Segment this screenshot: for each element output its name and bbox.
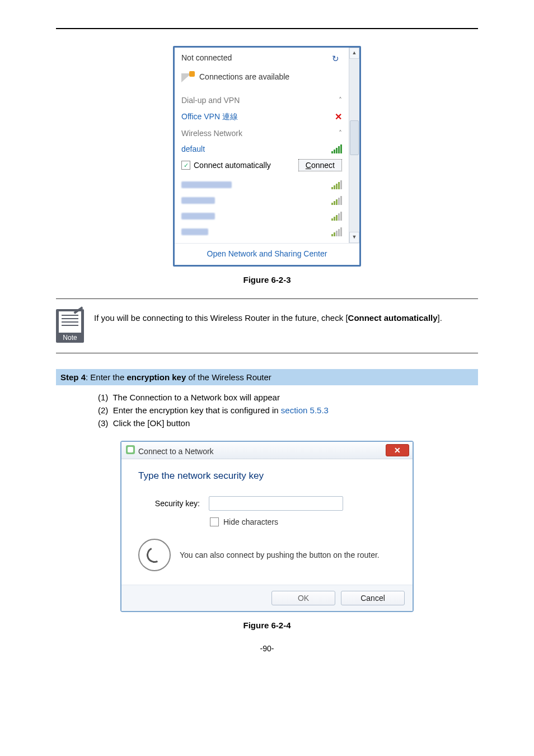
figure-caption: Figure 6-2-3 — [56, 275, 478, 284]
open-network-center-link[interactable]: Open Network and Sharing Center — [175, 243, 359, 265]
connect-network-dialog: Connect to a Network ✕ Type the network … — [120, 441, 414, 612]
wireless-section-label: Wireless Network — [181, 129, 242, 138]
connect-button[interactable]: Connect — [298, 159, 342, 171]
step-item: (3) Click the [OK] button — [98, 417, 478, 430]
dialog-title: Connect to a Network — [138, 447, 214, 456]
step-item: (1) The Connection to a Network box will… — [98, 391, 478, 404]
dialog-heading: Type the network security key — [138, 470, 396, 482]
wps-icon — [138, 539, 171, 571]
security-key-input[interactable] — [209, 496, 343, 511]
vpn-item[interactable]: Office VPN 連線 — [181, 112, 238, 122]
obscured-network-name[interactable] — [181, 228, 208, 235]
hide-characters-checkbox[interactable] — [210, 517, 219, 526]
cancel-button[interactable]: Cancel — [341, 591, 405, 605]
step-item: (2) Enter the encryption key that is con… — [98, 404, 478, 417]
signal-icon — [331, 180, 342, 189]
auto-connect-label: Connect automatically — [194, 161, 271, 170]
hide-characters-label: Hide characters — [223, 517, 278, 526]
signal-icon — [331, 227, 342, 236]
step-heading: Step 4: Enter the encryption key of the … — [56, 369, 478, 385]
signal-sun-icon — [181, 71, 195, 82]
scroll-thumb[interactable] — [350, 120, 359, 155]
router-hint-text: You can also connect by pushing the butt… — [180, 550, 380, 559]
dialup-section-label: Dial-up and VPN — [181, 96, 240, 105]
note-icon: Note — [56, 309, 84, 343]
security-key-label: Security key: — [138, 499, 200, 508]
signal-icon — [331, 196, 342, 205]
section-xref-link[interactable]: section 5.5.3 — [281, 405, 329, 415]
note-box: Note If you will be connecting to this W… — [56, 298, 478, 353]
close-button[interactable]: ✕ — [386, 444, 409, 456]
status-text: Not connected — [181, 53, 232, 62]
page-number: -90- — [56, 644, 478, 653]
dialog-icon — [126, 445, 135, 454]
auto-connect-checkbox[interactable]: ✓ — [181, 161, 190, 170]
chevron-up-icon[interactable]: ˄ — [339, 96, 342, 104]
wifi-flyout: Not connected Connections are available … — [173, 46, 361, 267]
scroll-up-button[interactable]: ▲ — [349, 48, 359, 59]
close-icon[interactable]: ✕ — [335, 111, 342, 122]
obscured-network-name[interactable] — [181, 181, 232, 188]
ok-button[interactable]: OK — [271, 591, 335, 605]
figure-caption: Figure 6-2-4 — [56, 620, 478, 630]
connections-available-text: Connections are available — [199, 72, 289, 81]
signal-icon — [331, 144, 342, 153]
refresh-icon[interactable] — [332, 54, 342, 62]
signal-icon — [331, 212, 342, 221]
network-item-default[interactable]: default — [181, 144, 205, 153]
scrollbar[interactable]: ▲ ▼ — [349, 48, 359, 243]
obscured-network-name[interactable] — [181, 197, 215, 204]
obscured-network-name[interactable] — [181, 213, 215, 220]
chevron-up-icon[interactable]: ˄ — [339, 129, 342, 137]
scroll-down-button[interactable]: ▼ — [349, 232, 359, 243]
